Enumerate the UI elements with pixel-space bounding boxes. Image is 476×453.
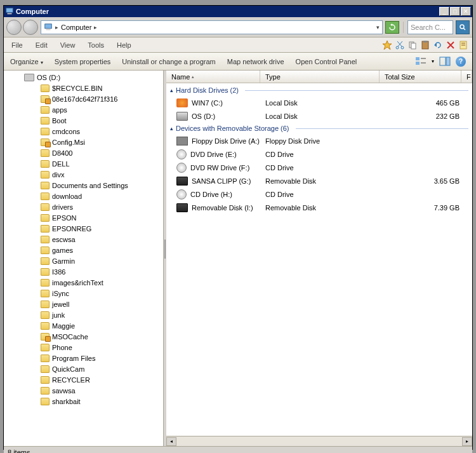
preview-pane-button[interactable] [439,57,451,66]
refresh-button[interactable] [385,21,399,34]
properties-icon[interactable] [458,40,468,50]
tree-folder[interactable]: I386 [4,266,163,277]
tree-folder[interactable]: EPSON [4,212,163,223]
paste-icon[interactable] [420,40,430,50]
folder-icon [41,214,50,222]
svg-rect-16 [416,62,420,65]
tree-folder[interactable]: Maggie [4,320,163,331]
address-bar[interactable]: ▸ Computer ▸ ▾ [41,20,383,34]
folder-icon [41,376,50,384]
cd-icon [176,189,187,199]
tree-folder[interactable]: apps [4,104,163,115]
tree-folder[interactable]: games [4,245,163,255]
menu-help[interactable]: Help [110,39,138,51]
list-body[interactable]: ▴Hard Disk Drives (2)WIN7 (C:)Local Disk… [166,83,472,436]
control-panel-button[interactable]: Open Control Panel [296,58,357,65]
tree-folder[interactable]: cmdcons [4,126,163,137]
tree-folder[interactable]: DELL [4,158,163,169]
titlebar[interactable]: Computer _ □ ✕ [4,6,472,17]
scroll-left-button[interactable]: ◂ [166,437,176,446]
view-button[interactable] [415,57,426,66]
system-properties-button[interactable]: System properties [55,58,111,65]
uninstall-button[interactable]: Uninstall or change a program [122,58,215,65]
tree-folder[interactable]: D8400 [4,147,163,158]
column-size[interactable]: Total Size [380,71,461,83]
minimize-button[interactable]: _ [439,7,449,16]
chevron-right-icon: ▸ [94,24,97,30]
tree-folder[interactable]: Garmin [4,255,163,266]
tree-folder[interactable]: download [4,191,163,201]
drive-item[interactable]: DVD RW Drive (F:)CD Drive [166,161,472,174]
tree-folder[interactable]: MSOCache [4,331,163,342]
drive-item[interactable]: CD Drive (H:)CD Drive [166,187,472,201]
tree-folder[interactable]: QuickCam [4,363,163,374]
cut-icon[interactable] [395,40,405,50]
group-header[interactable]: ▴Hard Disk Drives (2) [166,85,472,96]
splitter[interactable] [164,71,166,446]
map-drive-button[interactable]: Map network drive [227,58,284,65]
search-button[interactable] [456,20,470,34]
star-icon[interactable] [382,40,392,50]
tree-folder[interactable]: RECYCLER [4,374,163,385]
view-dropdown[interactable]: ▾ [432,58,434,64]
group-header[interactable]: ▴Devices with Removable Storage (6) [166,123,472,134]
menu-tools[interactable]: Tools [81,39,110,51]
tree-folder[interactable]: Program Files [4,353,163,363]
tree-folder[interactable]: 08e167dc642f71f316 [4,93,163,104]
menu-file[interactable]: File [5,39,29,51]
command-bar: Organize ▾ System properties Uninstall o… [4,53,472,71]
tree-folder[interactable]: iSync [4,288,163,299]
folder-icon [41,236,50,243]
drive-item[interactable]: DVD Drive (E:)CD Drive [166,147,472,161]
menu-edit[interactable]: Edit [29,39,54,51]
tree-folder[interactable]: Config.Msi [4,137,163,147]
refresh-icon [388,24,396,31]
copy-icon[interactable] [407,40,418,50]
horizontal-scrollbar[interactable]: ◂ ▸ [166,436,472,446]
tree-folder[interactable]: divx [4,169,163,180]
maximize-button[interactable]: □ [450,7,460,16]
tree-folder[interactable]: junk [4,309,163,320]
folder-icon [41,203,50,211]
column-free[interactable]: F [461,71,472,83]
column-type[interactable]: Type [260,71,380,83]
tree-folder[interactable]: savwsa [4,385,163,396]
tree-folder[interactable]: jewell [4,299,163,309]
scroll-right-button[interactable]: ▸ [462,437,472,446]
tree-root[interactable]: OS (D:) [4,72,163,83]
tree-folder[interactable]: images&richText [4,277,163,288]
folder-icon [41,279,50,287]
tree-folder[interactable]: $RECYCLE.BIN [4,83,163,93]
tree-folder[interactable]: drivers [4,201,163,212]
help-button[interactable]: ? [456,57,466,67]
delete-icon[interactable] [446,40,456,50]
undo-icon[interactable] [433,40,443,50]
folder-icon [41,322,50,330]
folder-tree[interactable]: OS (D:)$RECYCLE.BIN08e167dc642f71f316app… [4,71,164,446]
drive-item[interactable]: OS (D:)Local Disk232 GB [166,109,472,123]
folder-icon [41,139,50,146]
drive-item[interactable]: WIN7 (C:)Local Disk465 GB [166,96,472,109]
tree-folder[interactable]: sharkbait [4,396,163,407]
forward-button[interactable] [23,20,38,35]
svg-rect-11 [423,41,427,43]
sort-asc-icon: ▴ [192,74,194,79]
drive-item[interactable]: SANSA CLIPP (G:)Removable Disk3.65 GB [166,174,472,187]
search-input[interactable]: Search C... [407,20,453,34]
tree-folder[interactable]: Documents and Settings [4,180,163,191]
column-name[interactable]: Name▴ [166,71,260,83]
svg-rect-2 [45,24,52,28]
tree-folder[interactable]: escwsa [4,234,163,245]
window-controls: _ □ ✕ [439,7,471,16]
drive-item[interactable]: Removable Disk (I:)Removable Disk7.39 GB [166,201,472,214]
tree-folder[interactable]: Phone [4,342,163,353]
drive-item[interactable]: Floppy Disk Drive (A:)Floppy Disk Drive [166,134,472,147]
back-button[interactable] [6,20,22,35]
chevron-down-icon[interactable]: ▾ [376,24,380,30]
organize-button[interactable]: Organize ▾ [10,58,43,65]
tree-folder[interactable]: EPSONREG [4,223,163,234]
tree-folder[interactable]: Boot [4,115,163,126]
close-button[interactable]: ✕ [461,7,471,16]
menu-view[interactable]: View [54,39,82,51]
column-headers: Name▴ Type Total Size F [166,71,472,83]
